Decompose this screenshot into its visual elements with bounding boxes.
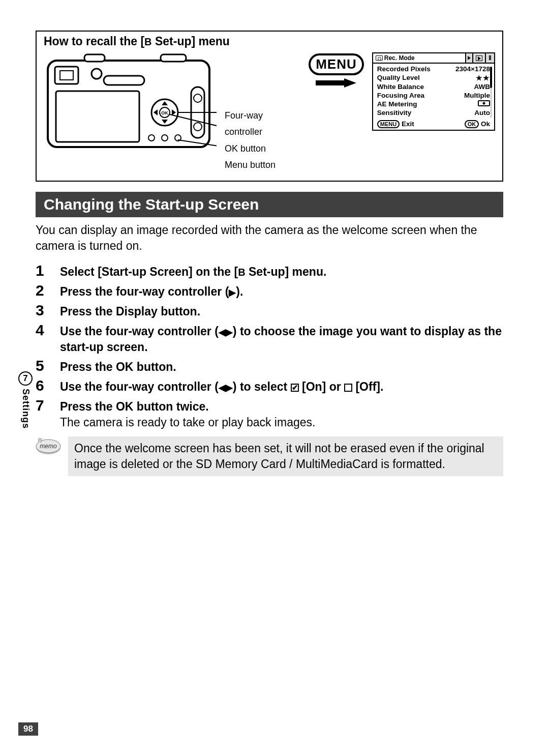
recall-title: How to recall the [B Set-up] menu [44, 35, 495, 48]
memo-block: memo Once the welcome screen has been se… [36, 437, 503, 476]
step-text: Press the OK button. [60, 357, 176, 375]
tab-rec-mode: Rec. Mode [373, 53, 466, 63]
menu-button-and-arrow: MENU [309, 53, 364, 88]
menu-tabs: Rec. Mode Ⅱ [373, 53, 494, 64]
step: 1 Select [Start-up Screen] on the [B Set… [36, 262, 503, 280]
scrollbar-icon [490, 67, 492, 118]
svg-text:OK: OK [161, 110, 168, 115]
step: 4 Use the four-way controller (◀▶) to ch… [36, 322, 503, 355]
step-text: Use the four-way controller (◀▶) to sele… [60, 377, 383, 395]
svg-point-18 [194, 123, 202, 131]
chapter-number: 7 [18, 371, 33, 386]
step: 2 Press the four-way controller (▶). [36, 282, 503, 300]
setup-tools-icon: B [144, 36, 151, 48]
svg-marker-25 [316, 78, 356, 88]
menu-row-list: Recorded Pixels2304×1728 Quality Level★★… [373, 64, 494, 118]
svg-point-17 [194, 94, 202, 102]
tab-rec-label: Rec. Mode [384, 54, 415, 62]
after-steps-text: The camera is ready to take or play back… [60, 416, 503, 429]
playback-icon [476, 55, 482, 61]
cursor-icon [468, 56, 471, 60]
setup-tools-icon: B [238, 267, 245, 278]
steps-list: 1 Select [Start-up Screen] on the [B Set… [36, 262, 503, 415]
step-text: Press the OK button twice. [60, 397, 209, 415]
step-text: Use the four-way controller (◀▶) to choo… [60, 322, 503, 355]
triangle-right-icon: ▶ [229, 287, 236, 298]
menu-button-icon: MENU [309, 53, 364, 75]
page-number: 98 [18, 722, 38, 736]
menu-row: Recorded Pixels2304×1728 [377, 65, 490, 73]
triangle-left-right-icon: ◀▶ [219, 383, 233, 393]
arrow-right-icon [316, 78, 356, 88]
svg-text:memo: memo [40, 443, 57, 450]
step: 7 Press the OK button twice. [36, 397, 503, 415]
chapter-label: Settings [20, 389, 31, 429]
step: 5 Press the OK button. [36, 357, 503, 375]
step-text: Press the four-way controller (▶). [60, 282, 243, 300]
svg-rect-5 [60, 71, 73, 80]
triangle-left-right-icon: ◀▶ [219, 327, 233, 337]
tab-cursor [466, 53, 473, 63]
svg-point-19 [148, 135, 155, 141]
label-menu-button: Menu button [225, 157, 300, 173]
setup-tools-icon: Ⅱ [489, 54, 492, 62]
step: 3 Press the Display button. [36, 302, 503, 319]
tab-setup: Ⅱ [486, 53, 494, 63]
camera-illustration: OK [44, 51, 217, 160]
memo-icon: memo [36, 437, 61, 458]
tab-playback [473, 53, 486, 63]
checkbox-checked-icon [291, 384, 299, 392]
intro-paragraph: You can display an image recorded with t… [36, 222, 503, 254]
recall-box: How to recall the [B Set-up] menu [36, 31, 503, 182]
section-heading: Changing the Start-up Screen [36, 192, 503, 217]
recall-title-pre: How to recall the [ [44, 35, 144, 48]
menu-footer-exit: MENU Exit [377, 120, 414, 128]
menu-row: White BalanceAWB [377, 82, 490, 91]
step-text: Select [Start-up Screen] on the [B Set-u… [60, 262, 326, 280]
svg-rect-3 [161, 54, 186, 62]
svg-rect-7 [104, 76, 144, 85]
label-ok-button: OK button [225, 140, 300, 157]
step: 6 Use the four-way controller (◀▶) to se… [36, 377, 503, 395]
menu-screen: Rec. Mode Ⅱ Recorded Pixels2304×1728 Qua… [372, 52, 495, 131]
chapter-tab: 7 Settings [18, 371, 33, 429]
metering-icon [478, 100, 490, 108]
camera-icon [376, 55, 383, 61]
svg-rect-2 [84, 54, 105, 62]
label-four-way: Four-way controller [225, 107, 300, 140]
recall-title-post: Set-up] menu [152, 35, 230, 48]
svg-point-20 [162, 135, 168, 141]
menu-row: Focusing AreaMultiple [377, 91, 490, 100]
camera-part-labels: Four-way controller OK button Menu butto… [225, 107, 300, 173]
svg-rect-6 [56, 91, 139, 142]
menu-row: AE Metering [377, 100, 490, 108]
menu-footer: MENU Exit OK Ok [373, 118, 494, 130]
menu-footer-ok: OK Ok [465, 120, 490, 128]
recall-body: OK [44, 51, 495, 173]
manual-page: How to recall the [B Set-up] menu [0, 0, 549, 756]
svg-point-8 [92, 69, 102, 79]
memo-text: Once the welcome screen has been set, it… [68, 437, 503, 476]
checkbox-empty-icon [344, 384, 352, 392]
menu-row: Quality Level★★ [377, 73, 490, 82]
menu-row: SensitivityAuto [377, 108, 490, 117]
step-text: Press the Display button. [60, 302, 200, 319]
